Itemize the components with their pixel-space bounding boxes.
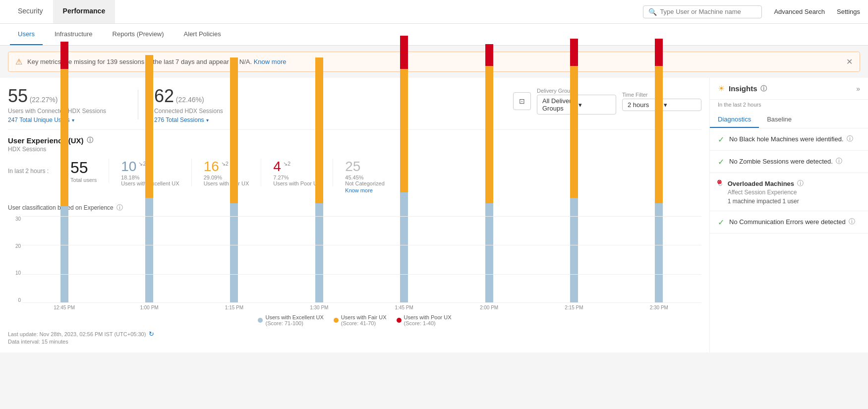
check-icon-zombie: ✓ <box>718 157 724 167</box>
right-panel: ☀ Insights ⓘ » In the last 2 hours Diagn… <box>709 78 868 352</box>
bar-stack-1[interactable] <box>145 55 153 302</box>
overloaded-impact: 1 machine impacted 1 user <box>728 198 860 205</box>
know-more-link[interactable]: Know more <box>254 58 287 65</box>
insights-tab-diagnostics[interactable]: Diagnostics <box>710 112 759 128</box>
insights-tab-baseline[interactable]: Baseline <box>759 112 800 128</box>
bar-stack-3[interactable] <box>315 58 323 302</box>
stat-label-2: Connected HDX Sessions <box>154 108 223 115</box>
overloaded-warning-icon: ⊗ <box>717 178 722 185</box>
bar-group-6 <box>531 216 616 302</box>
legend-fair-label: Users with Fair UX(Score: 41-70) <box>341 314 387 326</box>
poor-number: 4 <box>273 159 281 175</box>
ux-info-icon[interactable]: ⓘ <box>87 136 93 145</box>
tab-users[interactable]: Users <box>10 24 43 45</box>
insights-expand-button[interactable]: » <box>856 85 860 93</box>
x-label-0: 12:45 PM <box>22 305 107 310</box>
blackhole-text: No Black hole Machines were identified. <box>729 135 844 143</box>
bar-fair-4 <box>400 69 408 192</box>
overloaded-info-icon[interactable]: ⓘ <box>797 179 804 188</box>
diagnostics-tab-label: Diagnostics <box>718 116 751 123</box>
ux-total-number: 55 <box>70 159 97 177</box>
bar-stack-0[interactable] <box>60 42 68 302</box>
bar-group-1 <box>107 216 191 302</box>
comm-info-icon[interactable]: ⓘ <box>849 217 855 226</box>
insight-text-overloaded: Overloaded Machines ⓘ Affect Session Exp… <box>728 179 860 205</box>
insights-label: Insights <box>729 84 757 93</box>
x-axis-labels: 12:45 PM1:00 PM1:15 PM1:30 PM1:45 PM2:00… <box>22 305 701 310</box>
top-nav-tabs: Security Performance <box>8 0 115 23</box>
data-interval-text: Data interval: 15 minutes <box>8 339 68 345</box>
stat-number-value-1: 55 <box>8 86 28 106</box>
bar-group-3 <box>277 216 361 302</box>
insight-text-zombie: No Zombie Sessions were detected. ⓘ <box>729 157 860 166</box>
tab-alert-policies[interactable]: Alert Policies <box>176 24 229 45</box>
chart-footer: Last update: Nov 28th, 2023, 02:56 PM IS… <box>8 330 701 338</box>
refresh-icon[interactable]: ↻ <box>149 330 154 338</box>
ux-uncategorized: 25 45.45% Not Categorized Know more <box>333 159 397 193</box>
total-sessions-link[interactable]: 276 Total Sessions ▾ <box>154 117 223 123</box>
chart-wrapper: 30 20 10 0 <box>8 216 701 310</box>
filters-section: ⊡ Delivery Group All Delivery Groups ▾ T… <box>513 86 701 115</box>
search-icon: 🔍 <box>648 8 657 16</box>
warn-icon-wrapper: ○ ⊗ <box>718 179 723 188</box>
bar-stack-7[interactable] <box>655 39 663 302</box>
x-label-2: 1:15 PM <box>192 305 277 310</box>
insights-tabs: Diagnostics Baseline <box>710 112 868 128</box>
alert-close-button[interactable]: ✕ <box>846 57 853 66</box>
ux-section: User Experience (UX) ⓘ HDX Sessions In l… <box>8 136 701 345</box>
insights-info-icon[interactable]: ⓘ <box>760 84 767 93</box>
tab-alert-policies-label: Alert Policies <box>184 30 221 38</box>
compare-button[interactable]: ⊡ <box>513 92 531 110</box>
search-input[interactable] <box>660 8 756 15</box>
ux-poor-count: 4 ↘2 <box>273 159 321 175</box>
ux-time-label: In last 2 hours : <box>8 168 49 175</box>
x-label-6: 2:15 PM <box>531 305 616 310</box>
bar-fair-2 <box>230 58 238 203</box>
insight-text-blackhole: No Black hole Machines were identified. … <box>729 134 860 143</box>
fair-trend: ↘2 <box>221 161 229 167</box>
legend-dot-excellent <box>258 318 263 323</box>
insights-title-text: Insights ⓘ <box>729 84 856 93</box>
nav-tab-security[interactable]: Security <box>8 0 53 23</box>
insights-subtext: In the last 2 hours <box>710 100 868 112</box>
legend-excellent-label: Users with Excellent UX(Score: 71-100) <box>265 314 323 326</box>
zombie-info-icon[interactable]: ⓘ <box>836 157 842 166</box>
chart-section: User classification based on Experience … <box>8 203 701 345</box>
tab-infrastructure[interactable]: Infrastructure <box>47 24 101 45</box>
poor-label: Users with Poor UX <box>273 180 321 186</box>
bar-excellent-0 <box>60 206 68 302</box>
legend-poor-label: Users with Poor UX(Score: 1-40) <box>404 314 452 326</box>
bar-stack-5[interactable] <box>485 44 493 302</box>
chart-bars <box>22 216 701 303</box>
bar-poor-0 <box>60 42 68 69</box>
stat-number-1: 55 (22.27%) <box>8 86 106 107</box>
stat-number-2: 62 (22.46%) <box>154 86 223 107</box>
bar-stack-6[interactable] <box>570 39 578 302</box>
advanced-search-link[interactable]: Advanced Search <box>774 8 825 15</box>
stats-divider <box>138 90 138 119</box>
total-unique-users-link[interactable]: 247 Total Unique Users ▾ <box>8 117 106 123</box>
main-area: 55 (22.27%) Users with Connected HDX Ses… <box>0 78 868 352</box>
ux-fair: 16 ↘2 29.09% Users with Fair UX <box>192 159 262 186</box>
bar-excellent-4 <box>400 192 408 302</box>
bar-stack-2[interactable] <box>230 58 238 302</box>
bar-group-4 <box>362 216 447 302</box>
bar-stack-4[interactable] <box>400 36 408 302</box>
settings-link[interactable]: Settings <box>837 8 860 15</box>
insights-header: ☀ Insights ⓘ » <box>710 78 868 100</box>
legend-excellent: Users with Excellent UX(Score: 71-100) <box>258 314 323 326</box>
ux-fair-count: 16 ↘2 <box>204 159 249 175</box>
excellent-number: 10 <box>121 159 136 175</box>
know-more-ux-link[interactable]: Know more <box>345 187 385 193</box>
blackhole-info-icon[interactable]: ⓘ <box>847 134 853 143</box>
bar-excellent-2 <box>230 203 238 302</box>
data-interval: Data interval: 15 minutes <box>8 339 701 345</box>
tab-reports[interactable]: Reports (Preview) <box>105 24 172 45</box>
chart-info-icon[interactable]: ⓘ <box>116 203 123 212</box>
security-tab-label: Security <box>18 7 43 15</box>
bar-fair-3 <box>315 58 323 203</box>
bar-fair-6 <box>570 66 578 198</box>
nav-tab-performance[interactable]: Performance <box>53 0 116 23</box>
poor-trend: ↘2 <box>283 161 290 167</box>
ux-uncategorized-count: 25 <box>345 159 385 175</box>
